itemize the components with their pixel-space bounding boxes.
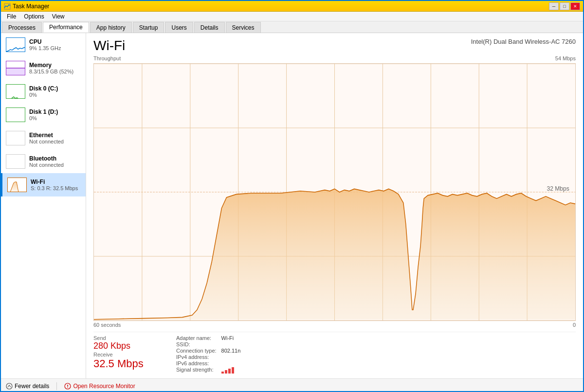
panel-title: Wi-Fi — [93, 38, 125, 53]
disk0-name: Disk 0 (C:) — [29, 85, 81, 92]
svg-rect-1 — [6, 68, 25, 75]
sidebar-item-disk1[interactable]: Disk 1 (D:) 0% — [1, 103, 86, 126]
bluetooth-info: Bluetooth Not connected — [29, 155, 81, 168]
menu-options[interactable]: Options — [20, 12, 48, 21]
sidebar-item-memory[interactable]: Memory 8.3/15.9 GB (52%) — [1, 56, 86, 80]
bluetooth-detail: Not connected — [29, 162, 81, 168]
wifi-mini-chart — [7, 178, 27, 192]
disk0-info: Disk 0 (C:) 0% — [29, 85, 81, 98]
ethernet-detail: Not connected — [29, 139, 81, 144]
title-bar-controls: ─ □ ✕ — [549, 2, 580, 10]
wifi-detail: S: 0.3 R: 32.5 Mbps — [31, 185, 81, 191]
svg-rect-24 — [228, 369, 231, 374]
disk0-mini-chart — [6, 84, 25, 99]
title-bar-left: Task Manager — [4, 3, 49, 10]
ethernet-mini-chart — [6, 131, 25, 145]
chart-time-label: 60 seconds — [93, 322, 121, 328]
maximize-button[interactable]: □ — [560, 2, 569, 10]
cpu-info: CPU 9% 1.35 GHz — [29, 38, 81, 51]
ipv4-label: IPv4 address: — [176, 354, 217, 360]
menu-view[interactable]: View — [48, 12, 69, 21]
send-label: Send — [93, 335, 166, 341]
ipv6-value — [221, 360, 576, 366]
panel-max-label: 54 Mbps — [555, 55, 576, 62]
signal-value — [221, 367, 576, 374]
title-bar-title: Task Manager — [13, 3, 49, 10]
stats-left: Send 280 Kbps Receive 32.5 Mbps — [93, 335, 166, 374]
ssid-value — [221, 341, 576, 347]
bluetooth-mini-chart — [6, 154, 25, 169]
throughput-chart: 32 Mbps — [93, 63, 576, 321]
close-button[interactable]: ✕ — [570, 2, 580, 10]
sidebar-item-bluetooth[interactable]: Bluetooth Not connected — [1, 150, 86, 173]
stats-right: Adapter name: Wi-Fi SSID: Connection typ… — [176, 335, 576, 374]
sidebar-item-ethernet[interactable]: Ethernet Not connected — [1, 126, 86, 150]
minimize-button[interactable]: ─ — [549, 2, 559, 10]
chart-zero-label: 0 — [573, 322, 576, 328]
chart-labels-bottom: 60 seconds 0 — [93, 322, 576, 328]
stats-footer: Send 280 Kbps Receive 32.5 Mbps Adapter … — [93, 332, 576, 374]
menu-bar: File Options View — [1, 12, 583, 21]
cpu-name: CPU — [29, 38, 81, 45]
memory-info: Memory 8.3/15.9 GB (52%) — [29, 62, 81, 74]
title-bar: Task Manager ─ □ ✕ — [1, 1, 583, 12]
sidebar-item-wifi[interactable]: Wi-Fi S: 0.3 R: 32.5 Mbps — [1, 173, 86, 196]
tab-users[interactable]: Users — [165, 22, 193, 33]
ssid-label: SSID: — [176, 341, 217, 347]
bluetooth-name: Bluetooth — [29, 155, 81, 162]
svg-marker-20 — [94, 189, 575, 319]
disk1-detail: 0% — [29, 115, 81, 121]
svg-point-29 — [68, 387, 69, 388]
svg-text:32 Mbps: 32 Mbps — [547, 185, 569, 192]
panel-throughput-label: Throughput — [93, 55, 121, 61]
ethernet-info: Ethernet Not connected — [29, 132, 81, 144]
fewer-details-label: Fewer details — [15, 383, 49, 390]
connection-type-label: Connection type: — [176, 348, 217, 354]
ipv6-label: IPv6 address: — [176, 360, 217, 366]
tab-services[interactable]: Services — [226, 22, 261, 33]
tab-performance[interactable]: Performance — [43, 22, 89, 33]
tab-startup[interactable]: Startup — [133, 22, 164, 33]
wifi-name: Wi-Fi — [31, 178, 81, 185]
sidebar-item-disk0[interactable]: Disk 0 (C:) 0% — [1, 80, 86, 103]
cpu-detail: 9% 1.35 GHz — [29, 45, 81, 51]
app-icon — [4, 3, 11, 10]
disk1-name: Disk 1 (D:) — [29, 108, 81, 115]
adapter-name-label: Adapter name: — [176, 335, 217, 341]
panel-adapter: Intel(R) Dual Band Wireless-AC 7260 — [471, 38, 576, 45]
svg-point-26 — [6, 383, 12, 389]
wifi-info: Wi-Fi S: 0.3 R: 32.5 Mbps — [31, 178, 81, 191]
open-resource-monitor-button[interactable]: Open Resource Monitor — [64, 383, 135, 390]
disk1-info: Disk 1 (D:) 0% — [29, 108, 81, 121]
ipv4-value — [221, 354, 576, 360]
send-value: 280 Kbps — [93, 341, 166, 352]
tab-processes[interactable]: Processes — [2, 22, 42, 33]
main-content: CPU 9% 1.35 GHz Memory 8.3/15.9 GB (52%) — [1, 33, 583, 378]
memory-name: Memory — [29, 62, 81, 69]
menu-file[interactable]: File — [3, 12, 20, 21]
tab-bar: Processes Performance App history Startu… — [1, 21, 583, 33]
chevron-up-icon — [6, 383, 13, 390]
panel-header: Wi-Fi Intel(R) Dual Band Wireless-AC 726… — [93, 38, 576, 53]
receive-value: 32.5 Mbps — [93, 357, 166, 370]
memory-detail: 8.3/15.9 GB (52%) — [29, 69, 81, 74]
svg-rect-23 — [225, 370, 227, 374]
tab-app-history[interactable]: App history — [90, 22, 132, 33]
fewer-details-button[interactable]: Fewer details — [6, 383, 49, 390]
main-panel: Wi-Fi Intel(R) Dual Band Wireless-AC 726… — [86, 33, 583, 378]
chart-svg: 32 Mbps — [94, 64, 575, 321]
sidebar: CPU 9% 1.35 GHz Memory 8.3/15.9 GB (52%) — [1, 33, 86, 378]
adapter-name-value: Wi-Fi — [221, 335, 576, 341]
open-resource-monitor-label: Open Resource Monitor — [73, 383, 135, 390]
cpu-mini-chart — [6, 37, 25, 52]
memory-mini-chart — [6, 61, 25, 75]
receive-label: Receive — [93, 352, 166, 357]
tab-details[interactable]: Details — [194, 22, 225, 33]
svg-rect-22 — [221, 372, 224, 374]
disk0-detail: 0% — [29, 92, 81, 98]
signal-icon — [221, 367, 237, 374]
sidebar-item-cpu[interactable]: CPU 9% 1.35 GHz — [1, 33, 86, 56]
ethernet-name: Ethernet — [29, 132, 81, 139]
svg-rect-25 — [232, 367, 234, 374]
connection-type-value: 802.11n — [221, 348, 576, 354]
